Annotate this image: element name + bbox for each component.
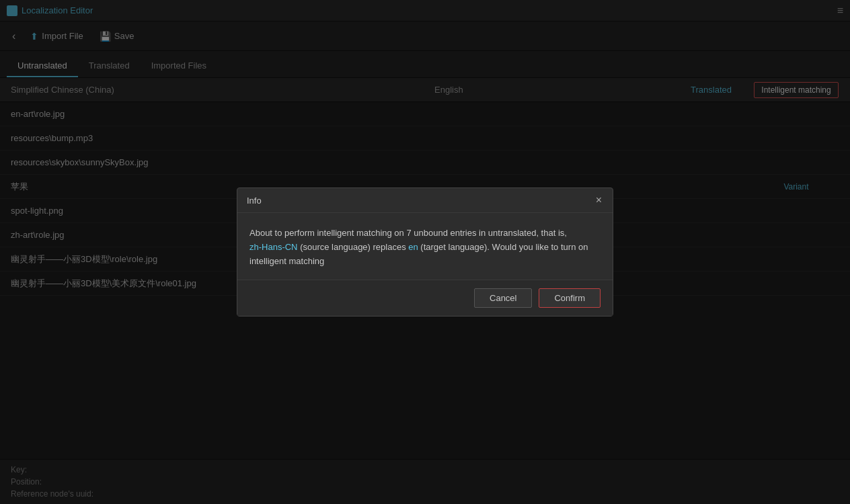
dialog-body: About to perform intelligent matching on… (237, 213, 613, 279)
modal-overlay: Info × About to perform intelligent matc… (0, 0, 850, 504)
dialog-titlebar: Info × (237, 188, 613, 213)
dialog-message-3: (source language) replaces (298, 242, 409, 252)
cancel-button[interactable]: Cancel (474, 288, 532, 308)
dialog-footer: Cancel Confirm (237, 280, 613, 316)
dialog-close-button[interactable]: × (594, 195, 603, 206)
dialog-title: Info (247, 196, 262, 206)
dialog-message-6: intelligent matching (249, 256, 324, 266)
confirm-button[interactable]: Confirm (539, 288, 601, 308)
dialog-message-5: (target language). Would you like to tur… (418, 242, 588, 252)
info-dialog: Info × About to perform intelligent matc… (237, 187, 613, 316)
dialog-message-2: zh-Hans-CN (249, 242, 298, 252)
dialog-message-1: About to perform intelligent matching on… (249, 228, 567, 238)
dialog-message-4: en (408, 242, 418, 252)
